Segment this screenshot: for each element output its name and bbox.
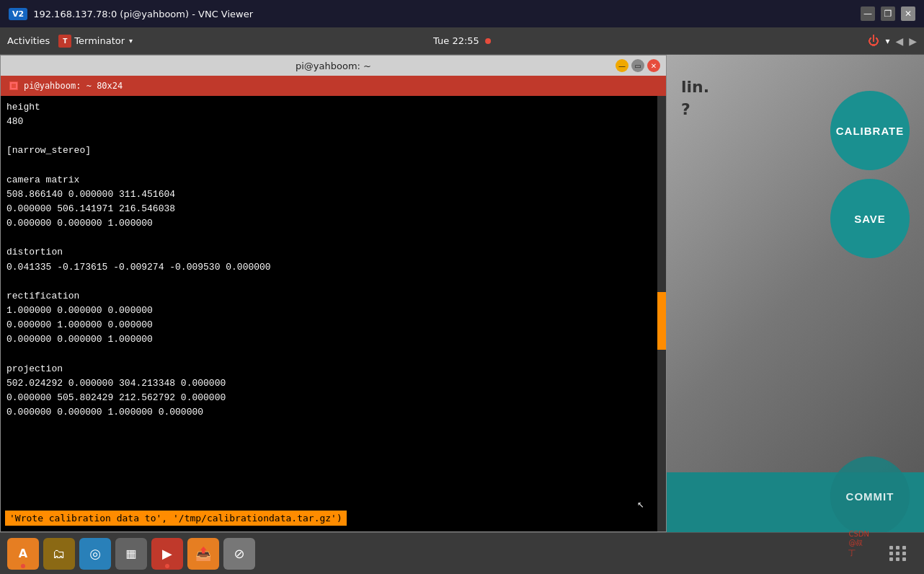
filemanager-icon: 🗂 — [53, 546, 66, 561]
vnc-maximize-button[interactable]: ❐ — [881, 6, 895, 21]
terminal-line: projection — [6, 362, 660, 376]
grid-dot — [896, 552, 899, 555]
right-panel-text: lin. ? — [681, 76, 709, 121]
dock-item-filemanager[interactable]: 🗂 — [43, 538, 75, 570]
terminal-line — [6, 129, 660, 144]
terminal-window: pi@yahboom: ~ — ▭ ✕ pi@yahboom: ~ 80x24 … — [0, 55, 667, 532]
dock-item-chromium[interactable]: ◎ — [79, 538, 111, 570]
terminal-title: pi@yahboom: ~ — [296, 61, 371, 71]
dock-item-dot — [21, 564, 25, 568]
dock-item-screenshare[interactable]: 📤 — [187, 538, 219, 570]
grid-dot — [889, 546, 893, 549]
grid-dot — [889, 552, 893, 555]
scroll-right-icon: ▶ — [909, 35, 917, 47]
terminal-line — [6, 275, 660, 289]
apps-grid-icon[interactable] — [889, 546, 907, 561]
files-icon: ▦ — [125, 547, 136, 560]
terminal-line: 0.000000 0.000000 1.000000 — [6, 332, 660, 347]
csdn-watermark: CSDN @叔丁 — [848, 530, 869, 558]
terminal-line: 480 — [6, 115, 660, 129]
terminal-line: [narrow_stereo] — [6, 144, 660, 158]
terminal-scrollbar-thumb[interactable] — [657, 292, 666, 350]
overlay-line1: lin. — [681, 76, 709, 99]
right-panel: lin. ? CALIBRATE SAVE COMMIT — [667, 55, 924, 532]
clock-dot-icon — [485, 38, 491, 44]
vnc-titlebar: V2 192.168.137.78:0 (pi@yahboom) - VNC V… — [0, 0, 924, 27]
chromium-icon: ◎ — [89, 546, 101, 561]
terminator-taskbar-item[interactable]: T Terminator ▾ — [58, 35, 133, 48]
terminal-line: rectification — [6, 289, 660, 304]
dock-item-appstore[interactable]: A — [7, 538, 39, 570]
taskbar-right: ⏻ ▾ ◀ ▶ — [868, 34, 917, 48]
calibrate-button[interactable]: CALIBRATE — [830, 91, 910, 170]
terminal-close-button[interactable]: ✕ — [647, 59, 660, 72]
expand-icon[interactable]: ▾ — [885, 36, 889, 46]
terminal-line: 0.041335 -0.173615 -0.009274 -0.009530 0… — [6, 260, 660, 275]
scroll-left-icon: ◀ — [895, 35, 903, 47]
terminator-dropdown-icon: ▾ — [129, 37, 133, 45]
appstore-icon: A — [19, 547, 27, 560]
clock-display: Tue 22:55 — [433, 35, 479, 46]
terminator-dock-icon: ▶ — [162, 546, 172, 561]
terminal-line: 1.000000 0.000000 0.000000 — [6, 304, 660, 318]
terminal-line: 502.024292 0.000000 304.213348 0.000000 — [6, 376, 660, 391]
terminal-tab-icon — [8, 80, 19, 92]
terminator-label: Terminator — [74, 35, 125, 46]
terminal-wm-controls: — ▭ ✕ — [616, 59, 660, 72]
terminal-line: 0.000000 0.000000 1.000000 0.000000 — [6, 405, 660, 420]
taskbar: Activities T Terminator ▾ Tue 22:55 ⏻ ▾ … — [0, 27, 924, 55]
grid-dot — [902, 552, 906, 555]
terminal-titlebar: pi@yahboom: ~ — ▭ ✕ — [1, 56, 666, 76]
terminal-body[interactable]: height 480 [narrow_stereo] camera matrix… — [1, 96, 666, 531]
terminal-line — [6, 159, 660, 173]
terminal-line: height — [6, 100, 660, 115]
grid-dot — [896, 557, 899, 561]
grid-dot — [902, 546, 906, 549]
terminal-line: 0.000000 506.141971 216.546038 — [6, 202, 660, 216]
vnc-title: 192.168.137.78:0 (pi@yahboom) - VNC View… — [33, 9, 861, 19]
vnc-minimize-button[interactable]: — — [861, 6, 875, 21]
terminal-maximize-button[interactable]: ▭ — [631, 59, 644, 72]
vnc-logo: V2 — [9, 8, 27, 20]
terminal-tab[interactable]: pi@yahboom: ~ 80x24 — [1, 76, 666, 96]
dock: A 🗂 ◎ ▦ ▶ 📤 ⊘ CSDN @叔丁 — [0, 532, 924, 574]
terminal-line — [6, 231, 660, 245]
cursor-indicator: ↖ — [637, 497, 644, 511]
dock-item-block[interactable]: ⊘ — [223, 538, 255, 570]
grid-dot — [902, 557, 906, 561]
dock-item-dot — [165, 564, 169, 568]
terminator-icon: T — [58, 35, 71, 48]
terminal-line: 0.000000 505.802429 212.562792 0.000000 — [6, 391, 660, 405]
screenshare-icon: 📤 — [195, 546, 211, 561]
terminal-line: 508.866140 0.000000 311.451604 — [6, 187, 660, 202]
overlay-line2: ? — [681, 99, 709, 121]
dock-item-terminator[interactable]: ▶ — [151, 538, 183, 570]
save-button[interactable]: SAVE — [830, 179, 910, 258]
main-area: pi@yahboom: ~ — ▭ ✕ pi@yahboom: ~ 80x24 … — [0, 55, 924, 532]
vnc-close-button[interactable]: ✕ — [901, 6, 915, 21]
terminal-highlighted-line: 'Wrote calibration data to', '/tmp/calib… — [5, 511, 347, 526]
grid-dot — [896, 546, 899, 549]
vnc-window-controls: — ❐ ✕ — [861, 6, 915, 21]
dock-right-area: CSDN @叔丁 — [889, 546, 912, 561]
terminal-minimize-button[interactable]: — — [616, 59, 628, 72]
terminal-line: 0.000000 1.000000 0.000000 — [6, 318, 660, 332]
activities-button[interactable]: Activities — [7, 35, 50, 46]
terminal-line: camera matrix — [6, 173, 660, 187]
terminal-tab-title: pi@yahboom: ~ 80x24 — [24, 81, 123, 91]
terminal-line — [6, 347, 660, 361]
taskbar-clock: Tue 22:55 — [433, 35, 491, 46]
terminal-line: 0.000000 0.000000 1.000000 — [6, 216, 660, 231]
power-icon[interactable]: ⏻ — [868, 34, 879, 48]
commit-button[interactable]: COMMIT — [830, 456, 910, 532]
grid-dot — [889, 557, 893, 561]
commit-area: COMMIT — [667, 472, 924, 532]
terminal-line: distortion — [6, 245, 660, 260]
dock-item-files[interactable]: ▦ — [115, 538, 147, 570]
terminal-scrollbar[interactable] — [657, 96, 666, 531]
right-panel-buttons: CALIBRATE SAVE — [830, 91, 910, 258]
block-icon: ⊘ — [234, 546, 244, 561]
